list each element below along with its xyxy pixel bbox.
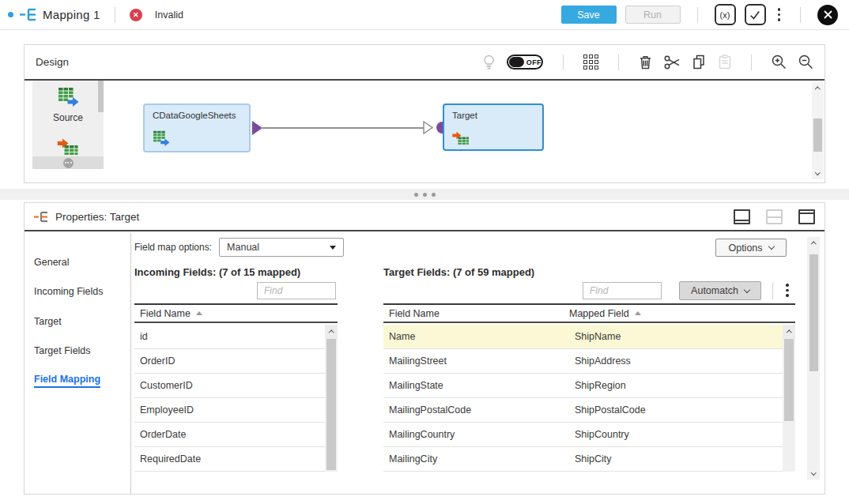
connector-line[interactable] xyxy=(262,127,424,129)
invalid-status-label: Invalid xyxy=(155,9,183,21)
automatch-button[interactable]: Automatch xyxy=(679,281,761,300)
scroll-up-icon[interactable] xyxy=(812,82,824,94)
delete-icon[interactable] xyxy=(639,55,652,70)
incoming-scrollbar-thumb[interactable] xyxy=(326,339,336,470)
palette-footer xyxy=(32,156,104,169)
incoming-field-row[interactable]: CustomerID xyxy=(134,374,338,398)
split-panel-icon[interactable] xyxy=(766,209,783,224)
target-scrollbar-thumb[interactable] xyxy=(784,339,794,421)
target-fields-scrollbar[interactable] xyxy=(783,325,795,472)
minimize-panel-icon[interactable] xyxy=(734,209,750,224)
design-canvas[interactable]: Source CDataGoogleSheets xyxy=(25,81,824,181)
palette-item-label: Source xyxy=(32,112,104,123)
incoming-field-row[interactable]: RequiredDate xyxy=(134,447,338,472)
tab-target[interactable]: Target xyxy=(34,307,129,337)
tab-incoming-fields[interactable]: Incoming Fields xyxy=(34,277,129,307)
target-field-row[interactable]: MailingCityShipCity xyxy=(383,447,795,472)
mapped-field-column-header[interactable]: Mapped Field xyxy=(569,308,629,319)
check-icon xyxy=(748,8,762,22)
canvas-scrollbar-thumb[interactable] xyxy=(813,118,822,152)
bulb-icon[interactable] xyxy=(483,55,495,70)
save-button[interactable]: Save xyxy=(561,6,617,24)
incoming-fields-scrollbar[interactable] xyxy=(325,325,338,472)
incoming-field-row[interactable]: OrderDate xyxy=(134,423,338,447)
maximize-panel-icon[interactable] xyxy=(798,209,815,224)
palette-item-source[interactable]: Source xyxy=(32,87,104,123)
properties-vertical-scrollbar[interactable] xyxy=(807,237,820,480)
palette-more-button[interactable] xyxy=(63,158,74,168)
field-name-cell: MailingPostalCode xyxy=(389,404,575,416)
field-name-cell: OrderDate xyxy=(140,429,186,440)
mapped-field-cell: ShipAddress xyxy=(575,355,631,367)
expression-validate-button[interactable]: (x) xyxy=(715,4,736,25)
design-panel-header: Design OFF xyxy=(25,45,824,81)
copy-icon[interactable] xyxy=(692,55,707,70)
zoom-in-icon[interactable] xyxy=(772,55,787,70)
scroll-down-icon[interactable] xyxy=(807,468,820,480)
paste-icon[interactable] xyxy=(719,55,731,70)
properties-panel: Properties: Target GeneralIncoming Field… xyxy=(24,202,825,495)
target-field-row[interactable]: NameShipName xyxy=(383,325,795,349)
tab-label: Target Fields xyxy=(34,345,91,356)
target-fields-menu-button[interactable] xyxy=(783,284,792,297)
target-field-row[interactable]: MailingStreetShipAddress xyxy=(383,349,795,374)
scroll-down-icon[interactable] xyxy=(812,167,824,179)
scroll-up-icon[interactable] xyxy=(807,237,820,249)
target-fields-title: Target Fields: (7 of 59 mapped) xyxy=(383,266,795,278)
mapped-field-cell: ShipPostalCode xyxy=(575,404,646,416)
more-actions-menu-button[interactable] xyxy=(775,8,784,21)
canvas-vertical-scrollbar[interactable] xyxy=(812,82,824,179)
field-name-cell: MailingStreet xyxy=(389,355,575,367)
target-field-row[interactable]: MailingPostalCodeShipPostalCode xyxy=(383,398,795,423)
field-map-options-value: Manual xyxy=(227,242,259,253)
scroll-up-icon[interactable] xyxy=(783,325,795,339)
target-find-input[interactable] xyxy=(583,282,662,299)
incoming-field-row[interactable]: id xyxy=(134,325,338,349)
source-output-port[interactable] xyxy=(252,121,262,135)
mapped-field-cell: ShipRegion xyxy=(575,380,626,391)
tab-field-mapping[interactable]: Field Mapping xyxy=(34,366,129,396)
titlebar: Mapping 1 ✕ Invalid Save Run (x) xyxy=(0,0,849,30)
target-columns-header: Field Name Mapped Field xyxy=(383,305,795,323)
scroll-up-icon[interactable] xyxy=(325,325,338,339)
field-name-cell: MailingCountry xyxy=(389,429,575,440)
highlight-toggle[interactable]: OFF xyxy=(507,55,543,70)
incoming-fields-title: Incoming Fields: (7 of 15 mapped) xyxy=(134,266,338,278)
transformation-palette: Source xyxy=(32,81,104,169)
close-button[interactable] xyxy=(817,5,838,25)
field-map-options-select[interactable]: Manual xyxy=(219,238,344,257)
source-node[interactable]: CDataGoogleSheets xyxy=(143,103,251,152)
validation-button[interactable] xyxy=(745,4,766,25)
target-field-row[interactable]: MailingStateShipRegion xyxy=(383,374,795,398)
divider xyxy=(130,233,131,494)
separator xyxy=(751,55,752,70)
separator xyxy=(697,7,698,23)
invalid-status-icon: ✕ xyxy=(130,9,142,21)
sort-ascending-icon xyxy=(196,311,202,315)
separator xyxy=(563,55,564,70)
properties-tabs: GeneralIncoming FieldsTargetTarget Field… xyxy=(34,247,129,396)
connector-arrowhead-icon xyxy=(423,121,434,134)
incoming-field-row[interactable]: EmployeeID xyxy=(134,398,338,423)
target-field-row[interactable]: MailingCountryShipCountry xyxy=(383,423,795,447)
arrange-grid-icon[interactable] xyxy=(583,55,598,70)
target-node[interactable]: Target xyxy=(443,103,544,151)
tab-general[interactable]: General xyxy=(34,247,129,277)
zoom-out-icon[interactable] xyxy=(798,55,813,70)
incoming-field-row[interactable]: OrderID xyxy=(134,349,338,374)
cut-icon[interactable] xyxy=(664,55,681,70)
field-name-column-header[interactable]: Field Name xyxy=(389,308,440,319)
tab-target-fields[interactable]: Target Fields xyxy=(34,337,129,367)
field-name-column-header[interactable]: Field Name xyxy=(140,308,191,319)
target-palette-icon[interactable] xyxy=(58,136,79,155)
properties-scrollbar-thumb[interactable] xyxy=(809,254,818,371)
panel-resize-handle[interactable] xyxy=(0,189,849,200)
run-button[interactable]: Run xyxy=(625,6,681,24)
separator xyxy=(618,55,619,70)
panel-layout-controls xyxy=(734,209,815,224)
options-button[interactable]: Options xyxy=(715,239,787,257)
properties-body: GeneralIncoming FieldsTargetTarget Field… xyxy=(25,233,824,494)
tab-label: Target xyxy=(34,316,62,327)
incoming-find-input[interactable] xyxy=(257,282,336,299)
sort-ascending-icon xyxy=(635,311,641,315)
